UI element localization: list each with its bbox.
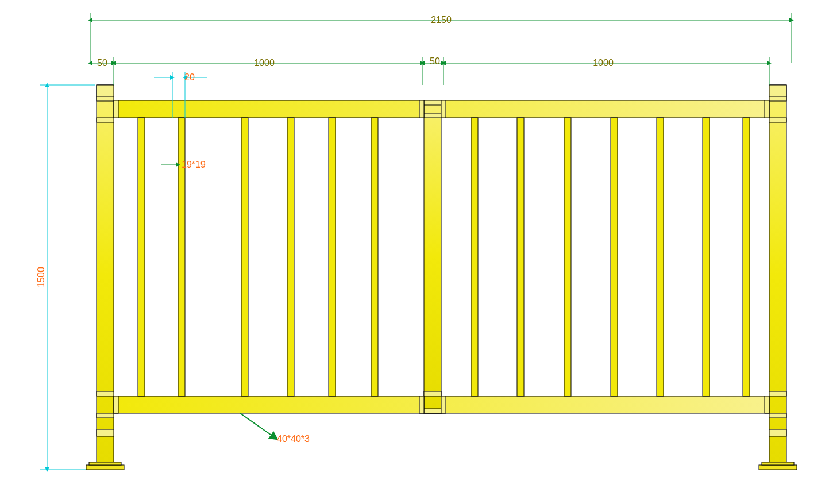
note-rail-spec: 40*40*3 bbox=[240, 413, 310, 444]
dim-height-label: 1500 bbox=[36, 267, 46, 288]
svg-rect-35 bbox=[657, 118, 664, 396]
rail-joint bbox=[114, 396, 118, 413]
svg-rect-17 bbox=[769, 85, 786, 96]
dim-span-2: 1000 bbox=[593, 58, 614, 68]
dim-span-1: 1000 bbox=[254, 58, 275, 68]
svg-rect-20 bbox=[769, 391, 786, 396]
pickets-left bbox=[138, 118, 378, 396]
svg-rect-19 bbox=[769, 118, 786, 122]
rail-joint bbox=[765, 396, 769, 413]
dim-total-width: 2150 bbox=[90, 13, 792, 63]
svg-rect-15 bbox=[424, 409, 441, 413]
svg-rect-18 bbox=[769, 96, 786, 101]
svg-rect-21 bbox=[769, 413, 786, 418]
rail-joint bbox=[419, 396, 424, 413]
note-rail-spec-label: 40*40*3 bbox=[277, 434, 310, 444]
svg-rect-32 bbox=[517, 118, 524, 396]
dim-picket-width-label: 20 bbox=[184, 72, 195, 82]
svg-rect-8 bbox=[97, 429, 114, 436]
svg-rect-23 bbox=[759, 465, 797, 470]
dim-total-width-label: 2150 bbox=[431, 15, 452, 25]
pickets-right bbox=[471, 118, 750, 396]
rail-joint bbox=[419, 100, 424, 118]
svg-rect-34 bbox=[611, 118, 618, 396]
svg-rect-33 bbox=[564, 118, 571, 396]
svg-rect-28 bbox=[287, 118, 294, 396]
svg-rect-37 bbox=[743, 118, 750, 396]
svg-rect-24 bbox=[762, 462, 794, 465]
svg-rect-31 bbox=[471, 118, 478, 396]
svg-rect-22 bbox=[769, 429, 786, 436]
svg-rect-13 bbox=[424, 113, 441, 118]
dim-gap-50-left: 50 bbox=[97, 58, 107, 68]
svg-rect-29 bbox=[329, 118, 336, 396]
fence-drawing: 2150 50 1000 50 1000 20 19*19 40*40*3 bbox=[0, 0, 829, 504]
note-picket-spec: 19*19 bbox=[161, 160, 206, 169]
svg-rect-11 bbox=[424, 100, 441, 413]
rail-joint bbox=[441, 100, 446, 118]
svg-rect-27 bbox=[241, 118, 248, 396]
svg-rect-36 bbox=[703, 118, 710, 396]
svg-rect-9 bbox=[86, 465, 124, 470]
svg-rect-6 bbox=[97, 391, 114, 396]
dim-gap-50-mid: 50 bbox=[430, 56, 440, 66]
svg-rect-3 bbox=[97, 85, 114, 96]
svg-rect-14 bbox=[424, 391, 441, 396]
post-middle bbox=[424, 100, 441, 413]
svg-rect-30 bbox=[371, 118, 378, 396]
svg-rect-25 bbox=[138, 118, 145, 396]
svg-rect-12 bbox=[424, 100, 441, 105]
svg-rect-5 bbox=[97, 118, 114, 122]
rail-joint bbox=[114, 100, 118, 118]
rail-joint bbox=[441, 396, 446, 413]
note-picket-spec-label: 19*19 bbox=[182, 160, 206, 169]
dim-height: 1500 bbox=[36, 85, 95, 470]
svg-rect-2 bbox=[97, 85, 114, 465]
svg-rect-4 bbox=[97, 96, 114, 101]
svg-rect-10 bbox=[89, 462, 121, 465]
svg-line-54 bbox=[240, 413, 275, 437]
svg-rect-7 bbox=[97, 413, 114, 418]
rail-joint bbox=[765, 100, 769, 118]
svg-rect-16 bbox=[769, 85, 786, 465]
